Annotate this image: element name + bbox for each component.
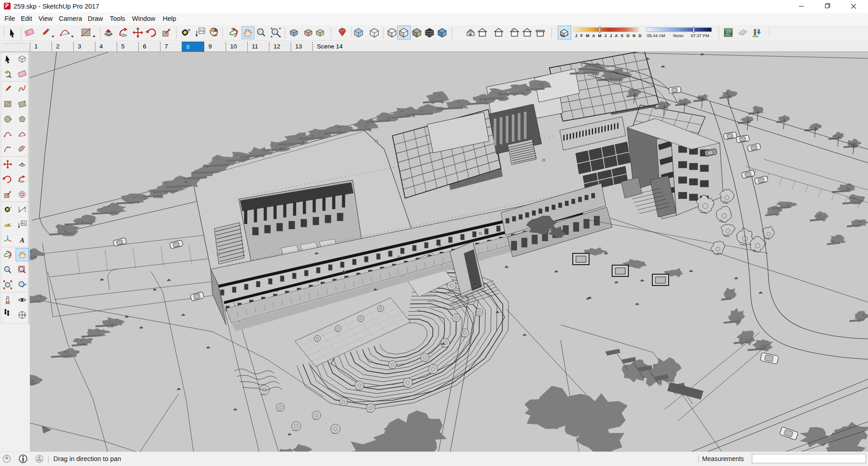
svg-text:J F M A M J J A S O N D: J F M A M J J A S O N D [575, 33, 642, 38]
svg-text:07:37 PM: 07:37 PM [691, 33, 709, 38]
svg-text:A1: A1 [22, 222, 26, 225]
svg-text:A1: A1 [199, 29, 204, 33]
svg-text:Noon: Noon [673, 33, 684, 38]
svg-text:05:44 AM: 05:44 AM [647, 33, 665, 38]
svg-text:A: A [19, 237, 24, 244]
